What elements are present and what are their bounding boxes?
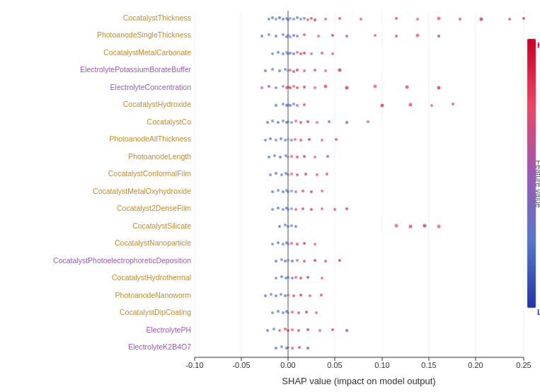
svg-point-217 bbox=[275, 277, 277, 279]
svg-point-198 bbox=[271, 243, 274, 246]
svg-point-139 bbox=[284, 139, 287, 142]
svg-point-29 bbox=[278, 16, 281, 19]
svg-point-248 bbox=[284, 328, 287, 330]
svg-point-81 bbox=[264, 69, 267, 72]
svg-point-127 bbox=[290, 121, 293, 124]
svg-point-262 bbox=[306, 347, 309, 350]
label-17: CocatalystDipCoating bbox=[120, 308, 191, 316]
svg-point-251 bbox=[297, 329, 300, 332]
svg-point-211 bbox=[291, 260, 294, 263]
svg-point-63 bbox=[345, 35, 348, 38]
svg-point-140 bbox=[287, 138, 289, 141]
svg-point-153 bbox=[296, 156, 299, 158]
svg-point-173 bbox=[294, 190, 297, 193]
svg-point-41 bbox=[324, 18, 327, 21]
svg-point-45 bbox=[416, 18, 419, 21]
svg-point-240 bbox=[287, 311, 289, 314]
x-axis-label: SHAP value (impact on model output) bbox=[282, 376, 435, 386]
svg-point-58 bbox=[292, 34, 295, 37]
svg-point-181 bbox=[287, 208, 289, 211]
svg-point-105 bbox=[345, 86, 349, 90]
label-1: PhotoanodeSingleThickness bbox=[97, 30, 191, 39]
svg-point-135 bbox=[264, 139, 267, 142]
label-14: CocatalystPhotoelectrophoreticDeposition bbox=[53, 256, 191, 265]
svg-point-216 bbox=[338, 259, 341, 262]
svg-point-161 bbox=[287, 173, 289, 176]
svg-point-91 bbox=[324, 69, 327, 72]
svg-point-66 bbox=[416, 34, 420, 38]
svg-point-242 bbox=[297, 311, 300, 314]
svg-point-142 bbox=[294, 138, 297, 141]
svg-point-213 bbox=[303, 260, 306, 263]
svg-point-183 bbox=[294, 208, 297, 211]
svg-point-190 bbox=[284, 224, 287, 226]
svg-point-238 bbox=[282, 311, 285, 314]
svg-point-123 bbox=[277, 121, 280, 124]
svg-point-75 bbox=[296, 51, 299, 54]
svg-point-164 bbox=[304, 173, 307, 175]
svg-point-118 bbox=[409, 103, 413, 107]
svg-point-144 bbox=[308, 138, 311, 141]
svg-text:0.05: 0.05 bbox=[327, 361, 342, 369]
svg-point-128 bbox=[294, 120, 297, 122]
svg-point-148 bbox=[273, 154, 276, 157]
svg-point-192 bbox=[290, 224, 293, 227]
svg-point-137 bbox=[275, 139, 277, 142]
svg-point-189 bbox=[278, 225, 281, 228]
svg-point-120 bbox=[452, 103, 454, 105]
svg-point-212 bbox=[296, 259, 299, 262]
svg-point-54 bbox=[282, 33, 285, 36]
svg-point-207 bbox=[275, 260, 277, 263]
svg-point-155 bbox=[314, 156, 316, 158]
svg-point-59 bbox=[296, 35, 299, 38]
svg-point-42 bbox=[338, 17, 341, 20]
svg-point-252 bbox=[306, 328, 309, 331]
svg-point-159 bbox=[280, 173, 283, 176]
svg-point-218 bbox=[280, 275, 283, 278]
svg-point-34 bbox=[292, 18, 295, 21]
svg-point-260 bbox=[291, 347, 294, 350]
svg-point-147 bbox=[268, 156, 270, 158]
svg-point-196 bbox=[423, 224, 427, 228]
label-3: ElectrolytePotassiumBorateBuffer bbox=[80, 65, 191, 74]
svg-point-203 bbox=[290, 242, 293, 245]
svg-point-156 bbox=[326, 155, 329, 158]
svg-point-177 bbox=[271, 208, 274, 211]
svg-point-255 bbox=[345, 329, 348, 332]
svg-text:0.20: 0.20 bbox=[468, 361, 483, 369]
svg-point-244 bbox=[315, 311, 318, 314]
svg-point-154 bbox=[303, 155, 306, 158]
svg-point-129 bbox=[299, 121, 302, 124]
svg-point-131 bbox=[316, 121, 318, 124]
svg-text:-0.05: -0.05 bbox=[232, 361, 250, 369]
svg-point-210 bbox=[287, 259, 289, 262]
svg-point-182 bbox=[290, 207, 293, 210]
svg-point-38 bbox=[306, 18, 309, 21]
svg-point-115 bbox=[296, 104, 299, 107]
svg-point-209 bbox=[284, 260, 287, 263]
svg-point-151 bbox=[287, 156, 289, 158]
svg-point-109 bbox=[275, 104, 277, 107]
svg-point-57 bbox=[289, 35, 292, 38]
svg-point-33 bbox=[289, 17, 292, 20]
svg-point-89 bbox=[303, 69, 306, 72]
svg-point-84 bbox=[284, 68, 287, 71]
svg-point-261 bbox=[298, 346, 301, 349]
svg-point-35 bbox=[296, 16, 299, 19]
svg-point-224 bbox=[306, 276, 309, 279]
svg-point-64 bbox=[374, 34, 377, 37]
svg-point-157 bbox=[269, 173, 272, 176]
svg-point-101 bbox=[296, 86, 299, 89]
svg-point-172 bbox=[290, 190, 293, 192]
svg-point-204 bbox=[296, 243, 299, 246]
svg-point-199 bbox=[277, 241, 280, 244]
svg-point-221 bbox=[291, 277, 294, 279]
svg-point-70 bbox=[282, 52, 285, 55]
svg-point-245 bbox=[266, 329, 269, 332]
label-8: PhotoanodeLength bbox=[128, 152, 191, 161]
svg-point-87 bbox=[292, 70, 295, 73]
svg-point-138 bbox=[280, 137, 282, 140]
svg-point-179 bbox=[282, 208, 285, 211]
svg-point-62 bbox=[331, 34, 334, 37]
svg-point-47 bbox=[459, 18, 461, 21]
